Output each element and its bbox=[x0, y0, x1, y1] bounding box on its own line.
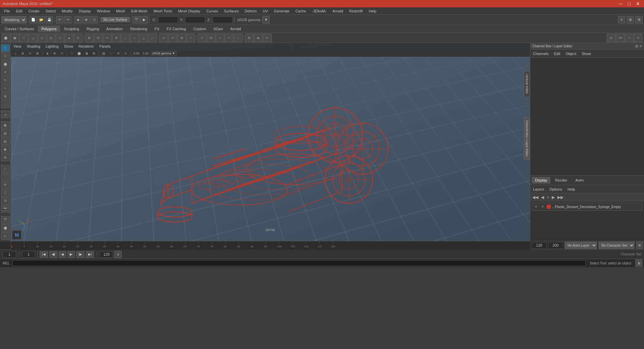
soft-select-icon[interactable]: ◎ bbox=[607, 34, 615, 42]
go-to-start-btn[interactable]: |◀ bbox=[40, 251, 48, 258]
layer-end-btn[interactable]: ▶▶ bbox=[557, 194, 564, 200]
menu-select[interactable]: Select bbox=[43, 8, 59, 14]
layout-btn-1[interactable]: ▦ bbox=[1, 121, 10, 129]
anim-layer-dropdown[interactable]: No Anim Layer bbox=[565, 242, 597, 249]
layer-item[interactable]: V P ...Plastic_Dessert_Decoration_Syring… bbox=[532, 203, 643, 211]
layout-btn-2[interactable]: ▥ bbox=[1, 130, 10, 137]
average-icon[interactable]: ~ bbox=[130, 34, 139, 42]
viewport[interactable]: View Shading Lighting Show Renderer Pane… bbox=[11, 43, 530, 241]
layout-btn-3[interactable]: ▤ bbox=[1, 138, 10, 145]
open-button[interactable]: 📂 bbox=[38, 16, 45, 23]
snap-grid-btn[interactable]: ⊹ bbox=[1, 165, 10, 172]
tab-sculpting[interactable]: Sculpting bbox=[61, 26, 83, 32]
extrude-icon[interactable]: ⇥ bbox=[159, 34, 168, 42]
go-to-end-btn[interactable]: ▶| bbox=[86, 251, 94, 258]
timeline-ruler[interactable]: 1 5 10 15 20 25 30 35 40 45 50 bbox=[11, 241, 530, 250]
vp-shading[interactable]: Shading bbox=[27, 44, 40, 48]
offset-edge-icon[interactable]: ⊟ bbox=[207, 34, 215, 42]
poly-pipe-icon[interactable]: ⊙ bbox=[74, 34, 83, 42]
poly-torus-icon[interactable]: ◎ bbox=[47, 34, 55, 42]
vp-gamma-label[interactable]: sRGB gamma ▼ bbox=[151, 51, 177, 55]
attr-editor-btn[interactable]: ⊞ bbox=[627, 16, 634, 23]
current-frame-input[interactable] bbox=[3, 251, 16, 258]
boolean-icon[interactable]: ⊕ bbox=[112, 34, 121, 42]
paint-sel-btn[interactable]: ⬤ bbox=[1, 60, 10, 68]
vp-cam[interactable]: ≡ bbox=[59, 50, 65, 56]
rotate-btn[interactable]: ↻ bbox=[1, 77, 10, 84]
bevel-icon[interactable]: ⟐ bbox=[216, 34, 224, 42]
vp-sync-btn[interactable]: ⊙ bbox=[27, 50, 34, 56]
step-fwd-btn[interactable]: |▶ bbox=[76, 251, 85, 258]
snap-point-btn[interactable]: ⊕ bbox=[1, 181, 10, 188]
quadrangulate-icon[interactable]: □ bbox=[148, 34, 157, 42]
channel-tab-edit[interactable]: Edit bbox=[552, 51, 561, 56]
vp-aa[interactable]: ≋ bbox=[115, 50, 122, 56]
display-tab-anim[interactable]: Anim bbox=[572, 177, 587, 184]
tab-polygons[interactable]: Polygons bbox=[38, 26, 60, 32]
tab-xgen[interactable]: XGen bbox=[210, 26, 226, 32]
vp-sel-all[interactable]: ⊕ bbox=[51, 50, 58, 56]
layer-step-fwd-btn[interactable]: ▶ bbox=[551, 194, 555, 200]
menu-uv[interactable]: UV bbox=[260, 8, 271, 14]
tab-curves-surfaces[interactable]: Curves / Surfaces bbox=[1, 26, 37, 32]
fill-hole-icon[interactable]: ⊛ bbox=[177, 34, 186, 42]
triangulate-icon[interactable]: △ bbox=[139, 34, 148, 42]
menu-generate[interactable]: Generate bbox=[271, 8, 292, 14]
channel-box-side-tab[interactable]: Channel Box / Layer Editor bbox=[524, 117, 530, 160]
paint-icon[interactable]: ✏ bbox=[634, 34, 643, 42]
poly-sphere-icon[interactable]: ⬤ bbox=[1, 34, 10, 42]
transform-icon[interactable]: ⊞ bbox=[245, 34, 254, 42]
vp-ao[interactable]: ◌ bbox=[108, 50, 114, 56]
lasso-tool[interactable]: ⬡ bbox=[91, 16, 98, 23]
show-manip[interactable]: ⊿ bbox=[1, 111, 10, 118]
poly-cylinder-icon[interactable]: ⬭ bbox=[19, 34, 28, 42]
bridge-icon[interactable]: ⇔ bbox=[168, 34, 177, 42]
end-frame-input[interactable] bbox=[100, 251, 113, 258]
undo-button[interactable]: ↩ bbox=[56, 16, 63, 23]
layer-playback-btn[interactable]: P bbox=[540, 204, 545, 209]
snap-curve-btn[interactable]: ⌒ bbox=[1, 173, 10, 180]
menu-window[interactable]: Window bbox=[94, 8, 113, 14]
tab-rigging[interactable]: Rigging bbox=[83, 26, 102, 32]
render-btn[interactable]: 🎬 bbox=[132, 16, 140, 23]
vp-smooth[interactable]: ⬤ bbox=[76, 50, 83, 56]
append-icon[interactable]: + bbox=[186, 34, 195, 42]
menu-modify[interactable]: Modify bbox=[59, 8, 75, 14]
select-tool[interactable]: ◈ bbox=[74, 16, 82, 23]
connect-icon[interactable]: ↕ bbox=[234, 34, 243, 42]
cb-close-btn[interactable]: ✕ bbox=[639, 44, 642, 48]
playback-speed-btn[interactable]: ⊙ bbox=[114, 251, 122, 258]
tab-arnold[interactable]: Arnold bbox=[227, 26, 245, 32]
cb-expand-btn[interactable]: ⊞ bbox=[635, 44, 638, 48]
play-back-btn[interactable]: ◀ bbox=[59, 251, 66, 258]
vp-dof[interactable]: ⊙ bbox=[122, 50, 129, 56]
close-button[interactable]: ✕ bbox=[635, 1, 641, 6]
menu-arnold[interactable]: Arnold bbox=[330, 8, 346, 14]
layer-create-btn[interactable]: + bbox=[546, 194, 550, 200]
menu-deform[interactable]: Deform bbox=[242, 8, 259, 14]
vp-renderer[interactable]: Renderer bbox=[78, 44, 94, 48]
menu-3dto-all[interactable]: -3DtoAll- bbox=[310, 8, 329, 14]
layer-step-back-btn[interactable]: ◀ bbox=[540, 194, 545, 200]
menu-curves[interactable]: Curves bbox=[204, 8, 221, 14]
move-btn[interactable]: ✛ bbox=[1, 68, 10, 76]
vp-tex[interactable]: ⊞ bbox=[91, 50, 97, 56]
insert-edge-icon[interactable]: ≡ bbox=[198, 34, 206, 42]
flip-icon[interactable]: ⇆ bbox=[254, 34, 263, 42]
render-view-btn[interactable]: 🎬 bbox=[1, 216, 10, 223]
soft-mod-btn[interactable]: ◌ bbox=[1, 101, 10, 108]
poly-pyramid-icon[interactable]: ▲ bbox=[65, 34, 73, 42]
menu-display[interactable]: Display bbox=[76, 8, 94, 14]
poly-cube-icon[interactable]: ▣ bbox=[10, 34, 19, 42]
channel-tab-show[interactable]: Show bbox=[580, 51, 592, 56]
move-tool[interactable]: ⊕ bbox=[83, 16, 90, 23]
tweak-icon[interactable]: ⊹ bbox=[625, 34, 634, 42]
extract-icon[interactable]: ✂ bbox=[103, 34, 112, 42]
menu-mesh[interactable]: Mesh bbox=[113, 8, 128, 14]
channel-tab-channels[interactable]: Channels bbox=[532, 51, 550, 56]
menu-edit-mesh[interactable]: Edit Mesh bbox=[128, 8, 150, 14]
spin-icon[interactable]: ↻ bbox=[263, 34, 272, 42]
layer-tab-help[interactable]: Help bbox=[566, 187, 577, 192]
layout-btn-4[interactable]: ▣ bbox=[1, 146, 10, 153]
vp-iso-sel[interactable]: ◈ bbox=[44, 50, 51, 56]
